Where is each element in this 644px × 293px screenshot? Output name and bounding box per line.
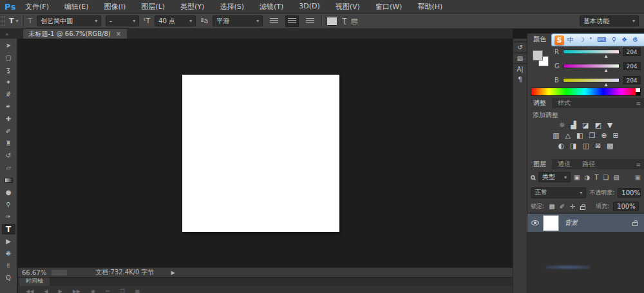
crop-tool[interactable]: # [2, 90, 15, 100]
tab-channels[interactable]: 通道 [552, 158, 576, 169]
gradient-map-icon[interactable]: ⊠ [595, 142, 601, 149]
brush-tool[interactable]: ✐ [2, 126, 15, 137]
align-center-button[interactable] [285, 15, 299, 27]
green-value-field[interactable]: 204 [623, 62, 641, 70]
properties-panel-icon[interactable]: ▤ [517, 55, 523, 62]
toggle-panels-icon[interactable]: ▤ [351, 17, 357, 25]
character-panel-icon[interactable]: A| [516, 66, 523, 73]
curves-icon[interactable]: ◪ [582, 122, 589, 129]
workspace-select[interactable]: 基本功能 ▾ [580, 15, 639, 26]
lock-paint-icon[interactable]: ✐ [558, 203, 566, 210]
lock-all-icon[interactable] [579, 203, 587, 210]
menu-item[interactable]: 图层(L) [141, 2, 165, 12]
timeline-tab[interactable]: 时间轴 [19, 277, 50, 286]
gradient-tool[interactable] [2, 175, 15, 185]
color-lookup-icon[interactable]: ⊞ [613, 132, 619, 139]
filter-shape-icon[interactable]: ❏ [603, 174, 609, 181]
channel-mixer-icon[interactable]: ⊕ [601, 132, 607, 139]
menu-item[interactable]: 类型(Y) [180, 2, 204, 12]
color-balance-icon[interactable]: △ [565, 132, 571, 139]
audio-icon[interactable]: ◉ [91, 288, 95, 293]
warp-text-icon[interactable]: Ʈ [342, 17, 346, 25]
filter-switch-icon[interactable]: ▣ [635, 174, 641, 181]
history-brush-tool[interactable]: ↺ [2, 151, 15, 161]
levels-icon[interactable]: ▟ [571, 122, 576, 129]
anti-alias-select[interactable]: 平滑 ▾ [213, 15, 263, 26]
zoom-tool[interactable]: Q [2, 273, 15, 283]
menu-item[interactable]: 图像(I) [104, 2, 126, 12]
soft-keyboard-icon[interactable]: ⌨ [597, 37, 606, 43]
menu-item[interactable]: 选择(S) [220, 2, 244, 12]
skin-icon[interactable]: ❖ [621, 37, 627, 43]
filter-smart-icon[interactable]: ▤ [613, 174, 619, 181]
eyedropper-tool[interactable]: ✒ [2, 102, 15, 112]
dodge-tool[interactable]: ⚲ [2, 200, 15, 210]
hand-tool[interactable]: ✌ [2, 261, 15, 271]
filter-adjustment-icon[interactable]: ◑ [584, 174, 590, 181]
tab-styles[interactable]: 样式 [552, 97, 576, 108]
align-right-button[interactable] [303, 15, 317, 27]
threshold-icon[interactable]: ◫ [582, 142, 589, 149]
menu-item[interactable]: 视图(V) [336, 2, 360, 12]
custom-shape-tool[interactable]: ❋ [2, 249, 15, 259]
transition-icon[interactable]: ❐ [120, 288, 125, 293]
menu-item[interactable]: 3D(D) [299, 2, 320, 12]
filter-pixel-icon[interactable]: ▣ [574, 174, 580, 181]
photo-filter-icon[interactable]: ❐ [589, 132, 595, 139]
green-slider[interactable]: ▲ [563, 64, 620, 68]
align-left-button[interactable] [267, 15, 281, 27]
lasso-tool[interactable]: ʓ [2, 65, 15, 75]
red-slider[interactable]: ▲ [563, 50, 620, 54]
panel-menu-icon[interactable]: ≡ [636, 100, 644, 108]
tab-layers[interactable]: 图层 [527, 158, 552, 169]
filter-type-icon[interactable]: T [594, 174, 598, 181]
blend-mode-select[interactable]: 正常 ▾ [531, 187, 586, 198]
menu-item[interactable]: 文件(F) [25, 2, 49, 12]
slider-marker-icon[interactable]: ▲ [605, 68, 608, 72]
fill-field[interactable]: 100% ▾ [613, 202, 639, 211]
layer-row-background[interactable]: 背景 [527, 214, 644, 232]
font-family-select[interactable]: 创艺简中圆 ▾ [37, 15, 101, 26]
panel-menu-icon[interactable]: ≡ [636, 162, 644, 169]
posterize-icon[interactable]: ◨ [570, 142, 576, 149]
menu-item[interactable]: 滤镜(T) [260, 2, 283, 12]
quick-selection-tool[interactable]: ✦ [2, 77, 15, 88]
canvas-area[interactable] [18, 39, 513, 267]
play-icon[interactable]: ▶ [58, 288, 62, 293]
font-size-select[interactable]: 40 点 ▾ [155, 15, 196, 26]
toolbar-collapse-icon[interactable]: » [0, 31, 12, 39]
selective-color-icon[interactable]: ▩ [607, 142, 613, 149]
lock-transparency-icon[interactable]: ▩ [548, 203, 556, 210]
invert-icon[interactable]: ◐ [558, 142, 564, 149]
voice-input-icon[interactable]: ⚲ [612, 37, 616, 43]
path-selection-tool[interactable]: ▶ [2, 236, 15, 247]
menu-item[interactable]: 窗口(W) [375, 2, 402, 12]
healing-brush-tool[interactable]: ✚ [2, 114, 15, 124]
history-panel-icon[interactable]: ↺ [517, 44, 522, 51]
move-tool[interactable]: ➤ [2, 41, 15, 51]
frame-menu-icon[interactable]: ▦ [135, 288, 140, 293]
vibrance-icon[interactable]: ▼ [607, 122, 612, 129]
exposure-icon[interactable]: ◩ [594, 122, 601, 129]
foreground-color-swatch[interactable] [533, 50, 543, 61]
close-icon[interactable]: × [116, 30, 121, 37]
tab-color[interactable]: 颜色 [527, 33, 552, 44]
blue-slider[interactable]: ▲ [563, 78, 620, 82]
hue-saturation-icon[interactable]: ▥ [553, 132, 559, 139]
document-tab[interactable]: 未标题-1 @ 66.7%(RGB/8) × [23, 29, 128, 39]
pen-tool[interactable]: ✑ [2, 212, 15, 222]
go-first-frame-icon[interactable]: ◀◀ [26, 288, 33, 293]
slider-marker-icon[interactable]: ▲ [605, 82, 608, 86]
chinese-mode-icon[interactable]: 中 [567, 37, 574, 43]
wrench-icon[interactable]: ⚙ [632, 37, 638, 43]
paragraph-panel-icon[interactable]: ¶ [518, 77, 522, 83]
zoom-level-field[interactable]: 66.67% [22, 269, 46, 276]
status-arrow-icon[interactable]: ▶ [171, 270, 175, 276]
marquee-tool[interactable]: ▢ [2, 53, 15, 63]
type-tool[interactable]: T [2, 224, 15, 234]
spectrum-black-corner[interactable] [636, 92, 640, 95]
tool-preset-picker[interactable]: T ▾ [9, 17, 19, 25]
split-icon[interactable]: ✂ [106, 288, 110, 293]
clone-stamp-tool[interactable]: ♜ [2, 138, 15, 149]
text-orientation-icon[interactable]: T [28, 17, 33, 25]
